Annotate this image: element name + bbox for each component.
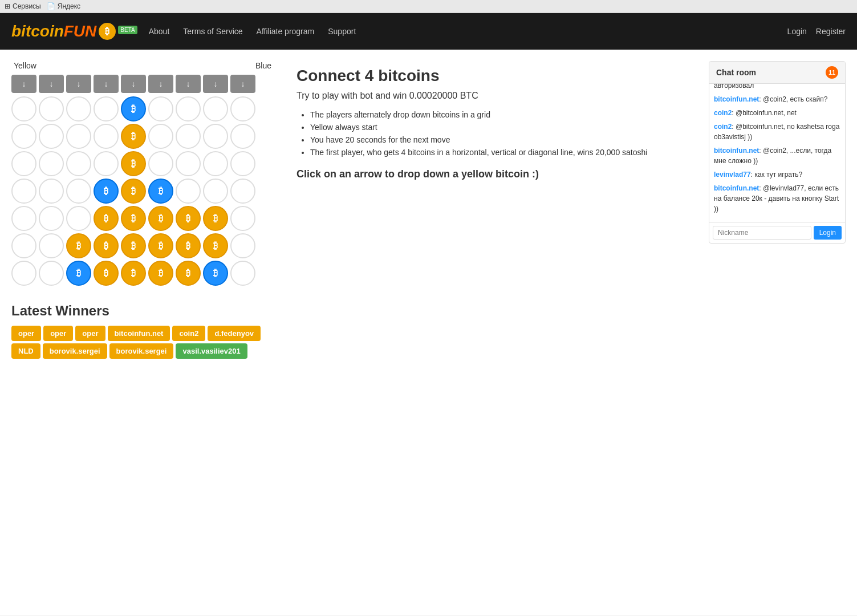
arrow-btn-6[interactable]: ↓ <box>176 75 201 93</box>
login-link[interactable]: Login <box>787 27 807 36</box>
cell-4-3: ₿ <box>94 206 119 231</box>
chat-message-5: bitcoinfun.net: @coin2, ...если, тогда м… <box>714 145 840 166</box>
chat-text-6: : как тут играть? <box>751 171 803 179</box>
cell-5-5: ₿ <box>148 233 173 258</box>
cell-4-0 <box>11 206 36 231</box>
arrow-btn-3[interactable]: ↓ <box>94 75 119 93</box>
cell-3-6 <box>176 179 201 204</box>
nav-auth: Login Register <box>787 27 846 36</box>
cell-0-0 <box>11 96 36 121</box>
chat-text-2: : @coin2, есть скайп? <box>759 95 827 103</box>
arrow-row: ↓ ↓ ↓ ↓ ↓ ↓ ↓ ↓ ↓ <box>11 75 274 93</box>
cell-3-4: ₿ <box>121 179 146 204</box>
cell-1-7 <box>203 124 228 149</box>
cell-5-7: ₿ <box>203 233 228 258</box>
cell-2-5 <box>148 151 173 176</box>
chat-message-1: bitcoinfun.net: @neprosto100, авторизова… <box>714 84 840 91</box>
cell-3-8 <box>230 179 255 204</box>
cell-5-0 <box>11 233 36 258</box>
yandex-tab[interactable]: 📄 Яндекс <box>47 2 80 10</box>
grid-icon: ⊞ <box>5 2 10 10</box>
nav-terms[interactable]: Terms of Service <box>183 27 242 36</box>
cell-4-1 <box>39 206 64 231</box>
chat-room: Chat room 11 neprosto100: @bitcoinfun.ne… <box>709 61 846 244</box>
cell-3-2 <box>66 179 91 204</box>
logo[interactable]: bitcoinFUN ₿ BETA <box>11 22 137 40</box>
cell-5-3: ₿ <box>94 233 119 258</box>
arrow-btn-7[interactable]: ↓ <box>203 75 228 93</box>
latest-winners: Latest Winners operoperoperbitcoinfun.ne… <box>11 303 274 359</box>
arrow-btn-1[interactable]: ↓ <box>39 75 64 93</box>
cell-6-1 <box>39 261 64 286</box>
nav-about[interactable]: About <box>149 27 170 36</box>
cell-2-6 <box>176 151 201 176</box>
cell-2-7 <box>203 151 228 176</box>
cell-1-1 <box>39 124 64 149</box>
grid-row-1: ₿ <box>11 124 274 149</box>
cell-1-3 <box>94 124 119 149</box>
cell-4-6: ₿ <box>176 206 201 231</box>
cell-3-1 <box>39 179 64 204</box>
chat-login-button[interactable]: Login <box>814 226 842 240</box>
cell-2-4: ₿ <box>121 151 146 176</box>
cell-2-1 <box>39 151 64 176</box>
winner-badge-3: bitcoinfun.net <box>108 326 170 341</box>
logo-text: bitcoinFUN ₿ BETA <box>11 22 137 40</box>
arrow-btn-0[interactable]: ↓ <box>11 75 36 93</box>
chat-text-4: : @bitcoinfun.net, no kashetsa roga ob3a… <box>714 123 839 141</box>
winner-badge-5: d.fedenyov <box>208 326 261 341</box>
cell-1-6 <box>176 124 201 149</box>
grid-row-4: ₿₿₿₿₿ <box>11 206 274 231</box>
cell-5-4: ₿ <box>121 233 146 258</box>
cell-2-0 <box>11 151 36 176</box>
cell-0-8 <box>230 96 255 121</box>
chat-sender-7[interactable]: bitcoinfun.net <box>714 184 759 192</box>
main-nav: bitcoinFUN ₿ BETA About Terms of Service… <box>0 13 857 50</box>
winner-badge-7: borovik.sergei <box>43 343 107 359</box>
cell-2-3 <box>94 151 119 176</box>
nav-links: About Terms of Service Affiliate program… <box>149 27 787 36</box>
chat-message-6: levinvlad77: как тут играть? <box>714 169 840 180</box>
cell-2-8 <box>230 151 255 176</box>
winner-badge-1: oper <box>43 326 73 341</box>
services-label: Сервисы <box>13 2 41 10</box>
cell-3-5: ₿ <box>148 179 173 204</box>
page-icon: 📄 <box>47 2 55 10</box>
cell-3-0 <box>11 179 36 204</box>
chat-sender-5[interactable]: bitcoinfun.net <box>714 147 759 155</box>
cell-1-0 <box>11 124 36 149</box>
chat-messages[interactable]: neprosto100: @bitcoinfun.net, там два с … <box>709 84 845 222</box>
chat-sender-4[interactable]: coin2 <box>714 123 732 131</box>
arrow-btn-4[interactable]: ↓ <box>121 75 146 93</box>
winner-badge-6: NLD <box>11 343 40 359</box>
cell-1-2 <box>66 124 91 149</box>
chat-message-4: coin2: @bitcoinfun.net, no kashetsa roga… <box>714 121 840 142</box>
cell-6-0 <box>11 261 36 286</box>
winner-badge-0: oper <box>11 326 41 341</box>
chat-sender-3[interactable]: coin2 <box>714 109 732 117</box>
cell-0-5 <box>148 96 173 121</box>
arrow-btn-5[interactable]: ↓ <box>148 75 173 93</box>
latest-winners-title: Latest Winners <box>11 303 274 319</box>
winner-badge-2: oper <box>75 326 105 341</box>
cell-5-1 <box>39 233 64 258</box>
cell-1-4: ₿ <box>121 124 146 149</box>
cell-6-6: ₿ <box>176 261 201 286</box>
chat-sender-2[interactable]: bitcoinfun.net <box>714 95 759 103</box>
chat-header: Chat room 11 <box>709 62 845 84</box>
cell-6-3: ₿ <box>94 261 119 286</box>
nav-support[interactable]: Support <box>328 27 356 36</box>
chat-sender-6[interactable]: levinvlad77 <box>714 171 751 179</box>
team-yellow-label: Yellow <box>14 61 36 70</box>
chat-nickname-input[interactable] <box>713 226 811 240</box>
grid-row-5: ₿₿₿₿₿₿ <box>11 233 274 258</box>
services-menu[interactable]: ⊞ Сервисы <box>5 2 41 10</box>
cell-0-6 <box>176 96 201 121</box>
register-link[interactable]: Register <box>816 27 846 36</box>
arrow-btn-2[interactable]: ↓ <box>66 75 91 93</box>
cell-3-3: ₿ <box>94 179 119 204</box>
nav-affiliate[interactable]: Affiliate program <box>257 27 315 36</box>
arrow-btn-8[interactable]: ↓ <box>230 75 255 93</box>
cell-2-2 <box>66 151 91 176</box>
team-labels: Yellow Blue <box>11 61 274 70</box>
